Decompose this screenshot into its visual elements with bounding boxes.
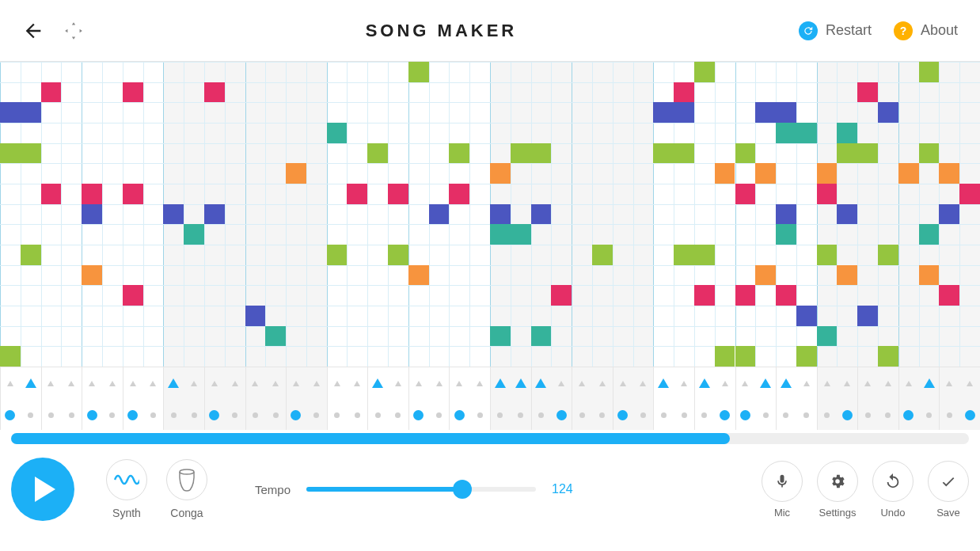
note-cell[interactable] <box>878 102 898 123</box>
note-cell[interactable] <box>408 62 429 82</box>
note-cell[interactable] <box>511 224 531 245</box>
percussion-cell[interactable] <box>898 399 919 431</box>
note-cell[interactable] <box>755 163 776 184</box>
percussion-cell[interactable] <box>817 399 838 431</box>
note-cell[interactable] <box>796 123 817 143</box>
percussion-cell[interactable] <box>796 367 817 399</box>
percussion-cell[interactable] <box>82 367 102 399</box>
percussion-grid[interactable] <box>0 367 980 430</box>
percussion-cell[interactable] <box>796 399 817 431</box>
percussion-cell[interactable] <box>347 367 367 399</box>
note-cell[interactable] <box>82 184 102 204</box>
tempo-thumb[interactable] <box>453 480 472 499</box>
note-cell[interactable] <box>776 285 796 306</box>
note-cell[interactable] <box>939 285 959 306</box>
note-cell[interactable] <box>551 285 572 306</box>
percussion-cell[interactable] <box>715 399 735 431</box>
note-cell[interactable] <box>286 163 306 184</box>
percussion-cell[interactable] <box>776 399 796 431</box>
percussion-cell[interactable] <box>694 399 715 431</box>
percussion-cell[interactable] <box>776 367 796 399</box>
note-cell[interactable] <box>123 82 143 103</box>
percussion-cell[interactable] <box>490 399 511 431</box>
percussion-cell[interactable] <box>919 367 940 399</box>
percussion-cell[interactable] <box>82 399 102 431</box>
percussion-cell[interactable] <box>551 399 572 431</box>
note-grid[interactable] <box>0 62 980 367</box>
melodic-instrument-picker[interactable]: Synth <box>106 459 147 519</box>
note-cell[interactable] <box>817 326 838 347</box>
note-cell[interactable] <box>796 346 817 367</box>
note-cell[interactable] <box>82 204 102 225</box>
percussion-cell[interactable] <box>613 399 633 431</box>
settings-button[interactable]: Settings <box>817 461 858 519</box>
note-cell[interactable] <box>837 265 857 286</box>
note-cell[interactable] <box>755 102 776 123</box>
percussion-cell[interactable] <box>163 367 184 399</box>
percussion-cell[interactable] <box>939 367 959 399</box>
percussion-cell[interactable] <box>327 367 348 399</box>
percussion-cell[interactable] <box>959 367 980 399</box>
percussion-cell[interactable] <box>837 367 857 399</box>
percussion-cell[interactable] <box>367 399 388 431</box>
note-cell[interactable] <box>878 346 898 367</box>
percussion-cell[interactable] <box>898 367 919 399</box>
percussion-cell[interactable] <box>143 399 164 431</box>
note-cell[interactable] <box>694 245 715 265</box>
percussion-cell[interactable] <box>388 367 408 399</box>
percussion-cell[interactable] <box>367 367 388 399</box>
note-cell[interactable] <box>735 143 756 164</box>
note-cell[interactable] <box>837 123 857 143</box>
tempo-slider[interactable] <box>306 487 536 492</box>
note-cell[interactable] <box>919 265 940 286</box>
note-cell[interactable] <box>939 163 959 184</box>
note-cell[interactable] <box>531 326 552 347</box>
note-cell[interactable] <box>123 285 143 306</box>
note-cell[interactable] <box>388 184 408 204</box>
note-cell[interactable] <box>204 204 225 225</box>
note-cell[interactable] <box>449 184 469 204</box>
note-cell[interactable] <box>367 143 388 164</box>
percussion-cell[interactable] <box>592 399 613 431</box>
percussion-cell[interactable] <box>755 367 776 399</box>
percussion-cell[interactable] <box>41 367 62 399</box>
note-cell[interactable] <box>531 143 552 164</box>
percussion-cell[interactable] <box>653 399 674 431</box>
percussion-cell[interactable] <box>184 399 204 431</box>
percussion-cell[interactable] <box>469 367 490 399</box>
percussion-cell[interactable] <box>408 367 429 399</box>
note-cell[interactable] <box>123 184 143 204</box>
note-cell[interactable] <box>694 62 715 82</box>
note-cell[interactable] <box>837 204 857 225</box>
percussion-cell[interactable] <box>449 399 469 431</box>
percussion-cell[interactable] <box>204 399 225 431</box>
percussion-cell[interactable] <box>327 399 348 431</box>
percussion-cell[interactable] <box>633 399 654 431</box>
percussion-cell[interactable] <box>572 399 592 431</box>
percussion-cell[interactable] <box>123 367 143 399</box>
percussion-cell[interactable] <box>490 367 511 399</box>
note-cell[interactable] <box>674 143 694 164</box>
note-cell[interactable] <box>817 163 838 184</box>
note-cell[interactable] <box>796 306 817 326</box>
percussion-cell[interactable] <box>919 399 940 431</box>
note-cell[interactable] <box>327 123 348 143</box>
percussion-cell[interactable] <box>939 399 959 431</box>
note-cell[interactable] <box>776 102 796 123</box>
percussion-cell[interactable] <box>531 399 552 431</box>
percussion-cell[interactable] <box>123 399 143 431</box>
note-cell[interactable] <box>0 102 21 123</box>
percussion-cell[interactable] <box>61 399 82 431</box>
percussion-cell[interactable] <box>817 367 838 399</box>
note-cell[interactable] <box>674 102 694 123</box>
note-cell[interactable] <box>490 204 511 225</box>
note-cell[interactable] <box>674 245 694 265</box>
percussion-cell[interactable] <box>41 399 62 431</box>
percussion-cell[interactable] <box>21 367 41 399</box>
note-cell[interactable] <box>817 245 838 265</box>
percussion-cell[interactable] <box>286 367 306 399</box>
percussion-cell[interactable] <box>878 399 898 431</box>
note-cell[interactable] <box>715 163 735 184</box>
note-cell[interactable] <box>0 143 21 164</box>
mic-button[interactable]: Mic <box>762 461 803 519</box>
